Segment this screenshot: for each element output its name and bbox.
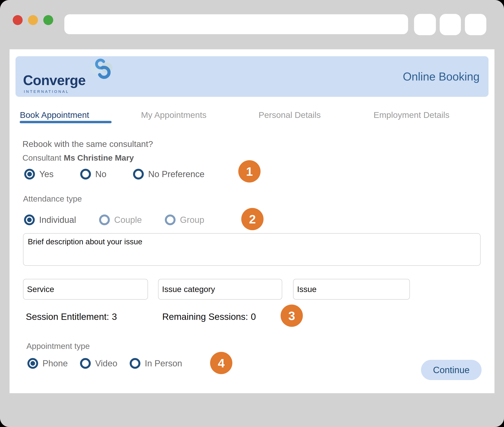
brand-chain-logo-icon	[89, 58, 114, 80]
radio-unselected-icon	[80, 169, 91, 180]
close-window-icon[interactable]	[13, 15, 23, 25]
appointment-type-label: Appointment type	[26, 341, 90, 351]
radio-label: Video	[95, 358, 117, 369]
radio-appointment-in-person[interactable]: In Person	[130, 358, 182, 369]
browser-window: Converge INTERNATIONAL Online Booking Bo…	[0, 0, 504, 427]
session-entitlement: Session Entitlement:3	[26, 311, 117, 322]
appointment-radio-group: Phone Video In Person	[27, 358, 182, 369]
radio-label: No	[95, 169, 106, 180]
radio-selected-icon	[24, 169, 35, 180]
radio-attendance-group[interactable]: Group	[165, 214, 204, 225]
radio-unselected-icon	[99, 214, 110, 225]
consultant-line: ConsultantMs Christine Mary	[22, 153, 134, 163]
annotation-badge-2: 2	[241, 208, 264, 230]
session-entitlement-label: Session Entitlement:	[26, 312, 109, 322]
radio-label: Yes	[39, 169, 54, 180]
radio-label: No Preference	[148, 169, 205, 180]
annotation-badge-3: 3	[281, 305, 303, 327]
attendance-type-label: Attendance type	[23, 194, 82, 204]
radio-label: Phone	[43, 358, 68, 369]
radio-selected-icon	[27, 358, 38, 369]
zoom-window-icon[interactable]	[43, 15, 53, 25]
radio-attendance-couple[interactable]: Couple	[99, 214, 142, 225]
radio-appointment-video[interactable]: Video	[80, 358, 117, 369]
service-field[interactable]: Service	[23, 279, 148, 300]
radio-attendance-individual[interactable]: Individual	[24, 214, 76, 225]
tab-personal-details[interactable]: Personal Details	[259, 110, 321, 120]
browser-action-button-1[interactable]	[414, 14, 436, 35]
annotation-badge-1: 1	[238, 160, 260, 183]
page-title: Online Booking	[403, 70, 480, 83]
radio-rebook-yes[interactable]: Yes	[24, 169, 54, 180]
radio-unselected-icon	[165, 214, 176, 225]
remaining-sessions-label: Remaining Sessions:	[162, 312, 248, 322]
session-entitlement-value: 3	[112, 312, 117, 322]
radio-label: Couple	[114, 214, 142, 225]
radio-selected-icon	[24, 214, 35, 225]
tab-my-appointments[interactable]: My Appointments	[141, 110, 207, 120]
rebook-question: Rebook with the same consultant?	[22, 139, 153, 149]
remaining-sessions: Remaining Sessions:0	[162, 311, 256, 322]
issue-category-field[interactable]: Issue category	[158, 279, 282, 300]
remaining-sessions-value: 0	[251, 312, 256, 322]
address-bar[interactable]	[64, 14, 408, 34]
brand-logo-text: Converge	[23, 73, 86, 88]
tab-book-appointment[interactable]: Book Appointment	[20, 110, 89, 120]
attendance-radio-group: Individual Couple Group	[24, 214, 204, 225]
radio-unselected-icon	[133, 169, 144, 180]
screenshot-stage: Converge INTERNATIONAL Online Booking Bo…	[0, 0, 504, 427]
issue-field[interactable]: Issue	[293, 279, 410, 300]
browser-action-button-2[interactable]	[440, 14, 461, 35]
consultant-name: Ms Christine Mary	[64, 153, 134, 162]
radio-label: In Person	[145, 358, 182, 369]
browser-action-button-3[interactable]	[465, 14, 486, 35]
tab-employment-details[interactable]: Employment Details	[374, 110, 449, 120]
issue-description-textarea[interactable]: Brief description about your issue	[23, 233, 481, 266]
annotation-badge-4: 4	[210, 352, 232, 374]
radio-unselected-icon	[80, 358, 91, 369]
radio-rebook-no-preference[interactable]: No Preference	[133, 169, 205, 180]
radio-unselected-icon	[130, 358, 141, 369]
consultant-label: Consultant	[22, 153, 61, 162]
continue-button[interactable]: Continue	[421, 360, 482, 380]
radio-label: Group	[180, 214, 204, 225]
radio-appointment-phone[interactable]: Phone	[27, 358, 68, 369]
radio-rebook-no[interactable]: No	[80, 169, 106, 180]
active-tab-underline	[20, 121, 111, 123]
radio-label: Individual	[39, 214, 76, 225]
rebook-radio-group: Yes No No Preference	[24, 168, 205, 180]
brand-logo-subtext: INTERNATIONAL	[24, 90, 69, 94]
minimize-window-icon[interactable]	[28, 15, 38, 25]
